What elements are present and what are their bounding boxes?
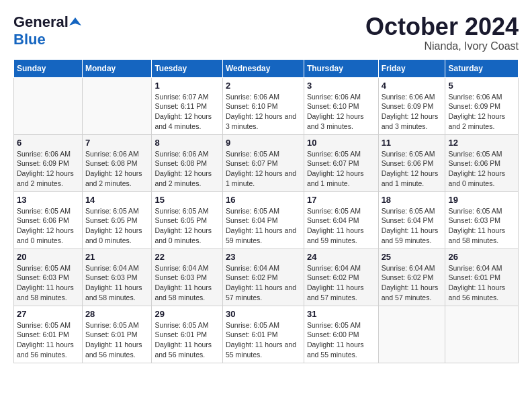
calendar-week-row: 1Sunrise: 6:07 AM Sunset: 6:11 PM Daylig…: [14, 77, 519, 134]
day-info: Sunrise: 6:05 AM Sunset: 6:05 PM Dayligh…: [154, 206, 220, 246]
day-info: Sunrise: 6:07 AM Sunset: 6:11 PM Dayligh…: [154, 92, 220, 132]
day-info: Sunrise: 6:04 AM Sunset: 6:01 PM Dayligh…: [448, 263, 515, 303]
table-row: 9Sunrise: 6:05 AM Sunset: 6:07 PM Daylig…: [222, 134, 304, 191]
day-info: Sunrise: 6:05 AM Sunset: 6:05 PM Dayligh…: [85, 206, 149, 246]
day-info: Sunrise: 6:04 AM Sunset: 6:03 PM Dayligh…: [85, 263, 149, 303]
day-number: 28: [85, 309, 149, 319]
table-row: 1Sunrise: 6:07 AM Sunset: 6:11 PM Daylig…: [152, 77, 223, 134]
svg-marker-0: [69, 17, 81, 26]
header-friday: Friday: [378, 59, 445, 77]
day-number: 23: [226, 252, 301, 262]
day-number: 20: [17, 252, 79, 262]
header-saturday: Saturday: [445, 59, 519, 77]
day-number: 4: [382, 81, 443, 91]
day-number: 26: [448, 252, 515, 262]
day-number: 22: [154, 252, 220, 262]
day-number: 11: [382, 138, 443, 148]
day-info: Sunrise: 6:06 AM Sunset: 6:08 PM Dayligh…: [85, 149, 149, 189]
header-wednesday: Wednesday: [222, 59, 304, 77]
day-info: Sunrise: 6:06 AM Sunset: 6:09 PM Dayligh…: [17, 149, 79, 189]
day-number: 25: [382, 252, 443, 262]
day-number: 31: [307, 309, 375, 319]
table-row: 15Sunrise: 6:05 AM Sunset: 6:05 PM Dayli…: [152, 191, 223, 248]
day-number: 8: [154, 138, 220, 148]
table-row: 18Sunrise: 6:05 AM Sunset: 6:04 PM Dayli…: [378, 191, 445, 248]
day-number: 3: [307, 81, 375, 91]
day-info: Sunrise: 6:05 AM Sunset: 6:04 PM Dayligh…: [382, 206, 443, 246]
day-number: 21: [85, 252, 149, 262]
page-header: General Blue October 2024 Nianda, Ivory …: [13, 13, 519, 52]
calendar-week-row: 13Sunrise: 6:05 AM Sunset: 6:06 PM Dayli…: [14, 191, 519, 248]
table-row: 21Sunrise: 6:04 AM Sunset: 6:03 PM Dayli…: [82, 248, 152, 306]
day-info: Sunrise: 6:06 AM Sunset: 6:10 PM Dayligh…: [226, 92, 301, 132]
day-info: Sunrise: 6:05 AM Sunset: 6:07 PM Dayligh…: [226, 149, 301, 189]
location-subtitle: Nianda, Ivory Coast: [365, 40, 519, 52]
table-row: 14Sunrise: 6:05 AM Sunset: 6:05 PM Dayli…: [82, 191, 152, 248]
day-number: 14: [85, 195, 149, 205]
table-row: 26Sunrise: 6:04 AM Sunset: 6:01 PM Dayli…: [445, 248, 519, 306]
day-number: 30: [226, 309, 301, 319]
table-row: 2Sunrise: 6:06 AM Sunset: 6:10 PM Daylig…: [222, 77, 304, 134]
table-row: 23Sunrise: 6:04 AM Sunset: 6:02 PM Dayli…: [222, 248, 304, 306]
table-row: 27Sunrise: 6:05 AM Sunset: 6:01 PM Dayli…: [14, 306, 83, 363]
table-row: 16Sunrise: 6:05 AM Sunset: 6:04 PM Dayli…: [222, 191, 304, 248]
day-info: Sunrise: 6:04 AM Sunset: 6:02 PM Dayligh…: [307, 263, 375, 303]
day-number: 18: [382, 195, 443, 205]
day-info: Sunrise: 6:05 AM Sunset: 6:06 PM Dayligh…: [17, 206, 79, 246]
day-info: Sunrise: 6:05 AM Sunset: 6:04 PM Dayligh…: [307, 206, 375, 246]
day-info: Sunrise: 6:06 AM Sunset: 6:10 PM Dayligh…: [307, 92, 375, 132]
day-number: 24: [307, 252, 375, 262]
day-info: Sunrise: 6:05 AM Sunset: 6:06 PM Dayligh…: [382, 149, 443, 189]
logo-general: General: [13, 13, 69, 31]
day-number: 12: [448, 138, 515, 148]
calendar-table: Sunday Monday Tuesday Wednesday Thursday…: [13, 59, 519, 363]
day-number: 7: [85, 138, 149, 148]
day-number: 16: [226, 195, 301, 205]
table-row: [445, 306, 519, 363]
table-row: 8Sunrise: 6:06 AM Sunset: 6:08 PM Daylig…: [152, 134, 223, 191]
month-title: October 2024: [365, 13, 519, 40]
logo-blue: Blue: [13, 31, 46, 48]
table-row: 7Sunrise: 6:06 AM Sunset: 6:08 PM Daylig…: [82, 134, 152, 191]
table-row: [378, 306, 445, 363]
table-row: [82, 77, 152, 134]
day-number: 29: [154, 309, 220, 319]
day-info: Sunrise: 6:06 AM Sunset: 6:09 PM Dayligh…: [448, 92, 515, 132]
day-info: Sunrise: 6:04 AM Sunset: 6:02 PM Dayligh…: [382, 263, 443, 303]
table-row: 30Sunrise: 6:05 AM Sunset: 6:01 PM Dayli…: [222, 306, 304, 363]
day-info: Sunrise: 6:06 AM Sunset: 6:09 PM Dayligh…: [382, 92, 443, 132]
table-row: 3Sunrise: 6:06 AM Sunset: 6:10 PM Daylig…: [304, 77, 378, 134]
day-info: Sunrise: 6:05 AM Sunset: 6:01 PM Dayligh…: [85, 320, 149, 360]
day-number: 5: [448, 81, 515, 91]
header-sunday: Sunday: [14, 59, 83, 77]
logo: General Blue: [13, 13, 81, 48]
day-info: Sunrise: 6:05 AM Sunset: 6:01 PM Dayligh…: [154, 320, 220, 360]
table-row: 25Sunrise: 6:04 AM Sunset: 6:02 PM Dayli…: [378, 248, 445, 306]
calendar-header-row: Sunday Monday Tuesday Wednesday Thursday…: [14, 59, 519, 77]
day-number: 10: [307, 138, 375, 148]
day-number: 1: [154, 81, 220, 91]
table-row: 17Sunrise: 6:05 AM Sunset: 6:04 PM Dayli…: [304, 191, 378, 248]
table-row: 4Sunrise: 6:06 AM Sunset: 6:09 PM Daylig…: [378, 77, 445, 134]
day-number: 19: [448, 195, 515, 205]
table-row: 6Sunrise: 6:06 AM Sunset: 6:09 PM Daylig…: [14, 134, 83, 191]
day-info: Sunrise: 6:05 AM Sunset: 6:03 PM Dayligh…: [17, 263, 79, 303]
day-info: Sunrise: 6:05 AM Sunset: 6:01 PM Dayligh…: [226, 320, 301, 360]
table-row: 22Sunrise: 6:04 AM Sunset: 6:03 PM Dayli…: [152, 248, 223, 306]
day-number: 17: [307, 195, 375, 205]
day-info: Sunrise: 6:06 AM Sunset: 6:08 PM Dayligh…: [154, 149, 220, 189]
logo-bird-icon: [69, 16, 81, 28]
header-monday: Monday: [82, 59, 152, 77]
table-row: 10Sunrise: 6:05 AM Sunset: 6:07 PM Dayli…: [304, 134, 378, 191]
header-thursday: Thursday: [304, 59, 378, 77]
table-row: 19Sunrise: 6:05 AM Sunset: 6:03 PM Dayli…: [445, 191, 519, 248]
table-row: 31Sunrise: 6:05 AM Sunset: 6:00 PM Dayli…: [304, 306, 378, 363]
calendar-week-row: 20Sunrise: 6:05 AM Sunset: 6:03 PM Dayli…: [14, 248, 519, 306]
table-row: 13Sunrise: 6:05 AM Sunset: 6:06 PM Dayli…: [14, 191, 83, 248]
day-number: 9: [226, 138, 301, 148]
day-number: 6: [17, 138, 79, 148]
day-number: 2: [226, 81, 301, 91]
day-info: Sunrise: 6:05 AM Sunset: 6:04 PM Dayligh…: [226, 206, 301, 246]
table-row: 29Sunrise: 6:05 AM Sunset: 6:01 PM Dayli…: [152, 306, 223, 363]
table-row: 5Sunrise: 6:06 AM Sunset: 6:09 PM Daylig…: [445, 77, 519, 134]
